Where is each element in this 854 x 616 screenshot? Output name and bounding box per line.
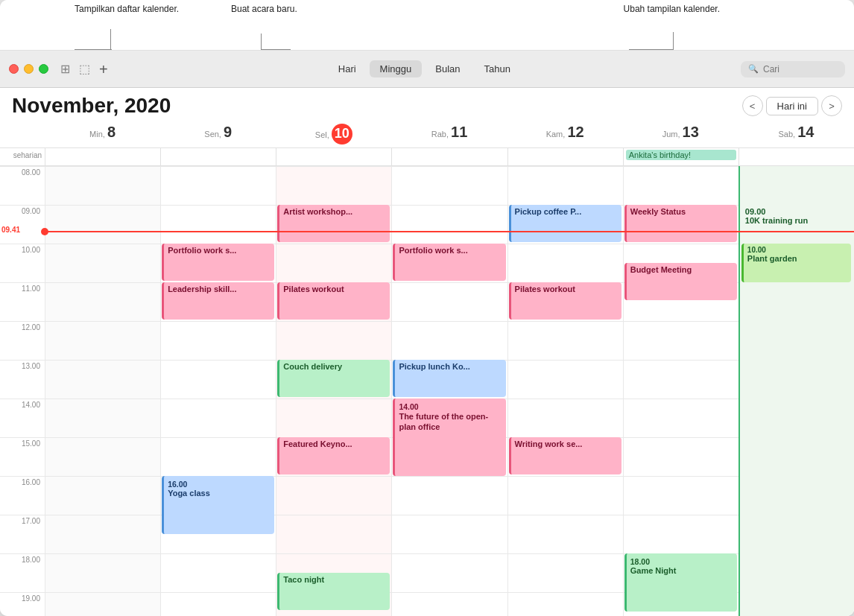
hour-cell-day3-11.00[interactable] [391, 282, 507, 321]
hour-cell-day3-08.00[interactable] [391, 166, 507, 205]
hour-cell-day4-18.00[interactable] [507, 553, 623, 592]
hour-cell-day6-12.00[interactable] [738, 321, 854, 360]
hour-cell-day1-18.00[interactable] [160, 553, 276, 592]
hour-cell-day3-10.00[interactable] [391, 244, 507, 282]
search-input[interactable] [763, 64, 838, 74]
hour-cell-day4-13.00[interactable] [507, 360, 623, 399]
hour-cell-day0-13.00[interactable] [45, 360, 160, 399]
calendar-list-icon[interactable]: ⊞ [60, 62, 70, 76]
hour-cell-day2-16.00[interactable] [276, 476, 391, 515]
hour-cell-day4-08.00[interactable] [507, 166, 623, 205]
hour-cell-day4-12.00[interactable] [507, 321, 623, 360]
hour-cell-day6-16.00[interactable] [738, 476, 854, 515]
hour-cell-day0-16.00[interactable] [45, 476, 160, 515]
ankita-birthday-event[interactable]: Ankita's birthday! [626, 150, 736, 160]
hour-cell-day3-15.00[interactable] [391, 437, 507, 476]
hour-cell-day4-16.00[interactable] [507, 476, 623, 515]
hour-cell-day6-13.00[interactable] [738, 360, 854, 399]
hour-cell-day6-19.00[interactable] [738, 592, 854, 616]
hour-cell-day5-19.00[interactable] [623, 592, 738, 616]
hour-cell-day3-19.00[interactable] [391, 592, 507, 616]
hour-cell-day3-17.00[interactable] [391, 515, 507, 553]
hour-cell-day2-12.00[interactable] [276, 321, 391, 360]
tab-tahun[interactable]: Tahun [474, 60, 521, 77]
hour-cell-day6-15.00[interactable] [738, 437, 854, 476]
hour-cell-day5-13.00[interactable] [623, 360, 738, 399]
hour-cell-day5-10.00[interactable] [623, 244, 738, 282]
hour-cell-day2-13.00[interactable] [276, 360, 391, 399]
hour-cell-day6-18.00[interactable] [738, 553, 854, 592]
hour-cell-day2-08.00[interactable] [276, 166, 391, 205]
hour-cell-day2-10.00[interactable] [276, 244, 391, 282]
hour-cell-day4-11.00[interactable] [507, 282, 623, 321]
maximize-button[interactable] [39, 64, 48, 74]
hour-cell-day2-18.00[interactable] [276, 553, 391, 592]
hour-cell-day1-15.00[interactable] [160, 437, 276, 476]
today-button[interactable]: Hari ini [766, 97, 818, 115]
hour-cell-day3-09.00[interactable] [391, 205, 507, 244]
hour-cell-day0-10.00[interactable] [45, 244, 160, 282]
hour-cell-day1-14.00[interactable] [160, 399, 276, 437]
hour-cell-day1-19.00[interactable] [160, 592, 276, 616]
hour-cell-day3-18.00[interactable] [391, 553, 507, 592]
hour-cell-day0-17.00[interactable] [45, 515, 160, 553]
hour-cell-day4-17.00[interactable] [507, 515, 623, 553]
hour-cell-day1-10.00[interactable] [160, 244, 276, 282]
hour-cell-day1-17.00[interactable] [160, 515, 276, 553]
hour-cell-day6-14.00[interactable] [738, 399, 854, 437]
hour-cell-day5-08.00[interactable] [623, 166, 738, 205]
hour-cell-day0-08.00[interactable] [45, 166, 160, 205]
add-event-button[interactable]: + [99, 62, 108, 77]
hour-cell-day5-14.00[interactable] [623, 399, 738, 437]
hour-cell-day6-11.00[interactable] [738, 282, 854, 321]
tab-bulan[interactable]: Bulan [425, 60, 470, 77]
hour-cell-day3-14.00[interactable] [391, 399, 507, 437]
hour-cell-day0-15.00[interactable] [45, 437, 160, 476]
hour-cell-day1-12.00[interactable] [160, 321, 276, 360]
hour-cell-day5-18.00[interactable] [623, 553, 738, 592]
hour-cell-day3-12.00[interactable] [391, 321, 507, 360]
tab-minggu[interactable]: Minggu [370, 60, 423, 77]
hour-cell-day4-10.00[interactable] [507, 244, 623, 282]
hour-cell-day4-15.00[interactable] [507, 437, 623, 476]
close-button[interactable] [9, 64, 19, 74]
hour-cell-day0-11.00[interactable] [45, 282, 160, 321]
inbox-icon[interactable]: ⬚ [79, 62, 90, 76]
next-week-button[interactable]: > [821, 95, 842, 116]
hour-cell-day4-14.00[interactable] [507, 399, 623, 437]
hour-cell-day2-09.00[interactable] [276, 205, 391, 244]
hour-cell-day0-18.00[interactable] [45, 553, 160, 592]
prev-week-button[interactable]: < [742, 95, 763, 116]
hour-cell-day1-08.00[interactable] [160, 166, 276, 205]
minimize-button[interactable] [24, 64, 34, 74]
hour-cell-day1-09.00[interactable] [160, 205, 276, 244]
hour-cell-day0-09.00[interactable] [45, 205, 160, 244]
hour-cell-day0-19.00[interactable] [45, 592, 160, 616]
hour-cell-day3-16.00[interactable] [391, 476, 507, 515]
hour-cell-day4-19.00[interactable] [507, 592, 623, 616]
hour-cell-day6-08.00[interactable] [738, 166, 854, 205]
hour-cell-day0-14.00[interactable] [45, 399, 160, 437]
hour-cell-day2-19.00[interactable] [276, 592, 391, 616]
hour-cell-day2-14.00[interactable] [276, 399, 391, 437]
hour-cell-day1-13.00[interactable] [160, 360, 276, 399]
hour-cell-day6-09.00[interactable] [738, 205, 854, 244]
hour-cell-day5-09.00[interactable] [623, 205, 738, 244]
hour-cell-day5-15.00[interactable] [623, 437, 738, 476]
tab-hari[interactable]: Hari [328, 60, 367, 77]
hour-cell-day6-17.00[interactable] [738, 515, 854, 553]
hour-cell-day4-09.00[interactable] [507, 205, 623, 244]
hour-cell-day5-11.00[interactable] [623, 282, 738, 321]
hour-cell-day2-15.00[interactable] [276, 437, 391, 476]
hour-cell-day2-17.00[interactable] [276, 515, 391, 553]
hour-cell-day2-11.00[interactable] [276, 282, 391, 321]
hour-cell-day0-12.00[interactable] [45, 321, 160, 360]
hour-cell-day6-10.00[interactable] [738, 244, 854, 282]
hour-cell-day1-16.00[interactable] [160, 476, 276, 515]
hour-cell-day5-12.00[interactable] [623, 321, 738, 360]
search-box[interactable]: 🔍 [741, 61, 845, 77]
hour-cell-day1-11.00[interactable] [160, 282, 276, 321]
hour-cell-day5-17.00[interactable] [623, 515, 738, 553]
hour-cell-day5-16.00[interactable] [623, 476, 738, 515]
hour-cell-day3-13.00[interactable] [391, 360, 507, 399]
